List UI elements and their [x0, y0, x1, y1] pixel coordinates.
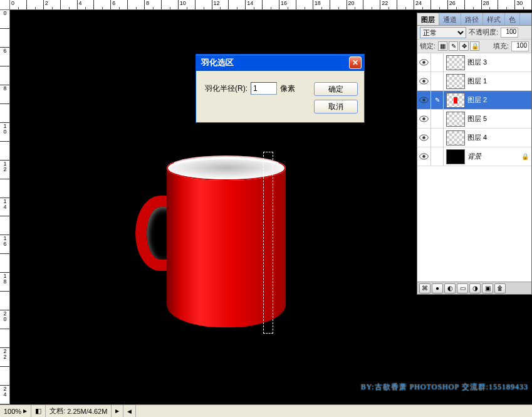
lock-label: 锁定: — [420, 41, 436, 51]
ruler-tick — [0, 367, 10, 386]
visibility-eye-icon[interactable] — [417, 110, 431, 129]
lock-all-icon[interactable]: 🔒 — [470, 41, 479, 51]
layer-row[interactable]: ✎图层 2 — [417, 91, 531, 110]
svg-point-3 — [422, 80, 425, 83]
ruler-tick: 2 — [44, 0, 61, 10]
zoom-cell[interactable]: 100% ▶ — [0, 405, 31, 417]
link-col[interactable] — [431, 110, 444, 129]
visibility-eye-icon[interactable] — [417, 91, 431, 110]
ruler-horizontal[interactable]: 024681012141618202224262830 — [10, 0, 532, 10]
ruler-tick: 24 — [0, 386, 10, 404]
ruler-tick — [0, 142, 10, 161]
ruler-tick — [0, 66, 10, 85]
visibility-eye-icon[interactable] — [417, 72, 431, 91]
visibility-eye-icon[interactable] — [417, 53, 431, 72]
ruler-tick: 4 — [78, 0, 95, 10]
layers-list: 图层 3图层 1✎图层 2图层 5图层 4背景🔒 — [417, 53, 531, 282]
ruler-tick — [229, 0, 246, 10]
svg-point-9 — [422, 136, 425, 139]
lock-paint-icon[interactable]: ✎ — [449, 41, 458, 51]
layer-row[interactable]: 背景🔒 — [417, 147, 531, 166]
ruler-tick — [263, 0, 279, 10]
ruler-tick: 24 — [414, 0, 431, 10]
radius-label: 羽化半径(R): — [205, 83, 248, 94]
link-col[interactable] — [431, 129, 444, 147]
tab-图层[interactable]: 图层 — [417, 13, 439, 26]
ruler-tick: 6 — [0, 48, 10, 66]
layer-row[interactable]: 图层 4 — [417, 129, 531, 147]
ruler-tick — [196, 0, 212, 10]
layer-mask-icon[interactable]: ◐ — [444, 283, 456, 293]
tab-色[interactable]: 色 — [505, 13, 520, 25]
layer-thumbnail[interactable] — [446, 130, 465, 145]
ruler-tick — [61, 0, 78, 10]
dialog-titlebar[interactable]: 羽化选区 ✕ — [196, 55, 364, 71]
link-col[interactable] — [431, 53, 444, 72]
lock-move-icon[interactable]: ✥ — [459, 41, 469, 51]
ruler-tick: 12 — [212, 0, 229, 10]
visibility-eye-icon[interactable] — [417, 129, 431, 147]
panel-footer: ⌘ ● ◐ ▭ ◑ ▣ 🗑 — [417, 282, 531, 294]
ruler-tick: 6 — [111, 0, 128, 10]
ruler-tick — [0, 292, 10, 310]
ruler-tick — [94, 0, 111, 10]
layer-row[interactable]: 图层 1 — [417, 72, 531, 91]
zoom-value: 100% — [4, 408, 21, 415]
ruler-tick: 8 — [145, 0, 162, 10]
ruler-vertical[interactable]: 0681012141618202224 — [0, 10, 10, 404]
radius-unit: 像素 — [280, 83, 295, 94]
opacity-label: 不透明度: — [469, 28, 498, 37]
layer-row[interactable]: 图层 5 — [417, 110, 531, 129]
ruler-origin[interactable] — [0, 0, 10, 10]
ruler-tick — [431, 0, 448, 10]
marquee-selection[interactable] — [263, 152, 273, 334]
layer-name: 图层 4 — [467, 133, 487, 142]
ruler-tick: 10 — [0, 123, 10, 142]
layer-name: 背景 — [467, 152, 481, 161]
efficiency-icon: ◧ — [35, 407, 41, 415]
ruler-tick — [363, 0, 380, 10]
lock-transparency-icon[interactable]: ▦ — [438, 41, 447, 51]
cancel-button[interactable]: 取消 — [314, 100, 358, 113]
close-icon[interactable]: ✕ — [349, 56, 362, 69]
link-col[interactable] — [431, 72, 444, 91]
ruler-tick: 22 — [380, 0, 397, 10]
ruler-tick: 14 — [246, 0, 263, 10]
visibility-eye-icon[interactable] — [417, 147, 431, 166]
link-layers-icon[interactable]: ⌘ — [419, 283, 430, 293]
layer-thumbnail[interactable] — [446, 55, 465, 70]
layer-thumbnail[interactable] — [446, 93, 465, 108]
fill-value[interactable]: 100 — [511, 41, 529, 51]
link-col[interactable] — [431, 147, 444, 166]
ruler-tick — [397, 0, 414, 10]
ruler-tick: 16 — [279, 0, 296, 10]
tab-样式[interactable]: 样式 — [483, 13, 505, 25]
link-col[interactable]: ✎ — [431, 91, 444, 110]
layer-thumbnail[interactable] — [446, 74, 465, 89]
new-folder-icon[interactable]: ▭ — [457, 283, 468, 293]
delete-layer-icon[interactable]: 🗑 — [494, 283, 506, 293]
ruler-tick — [27, 0, 44, 10]
tab-通道[interactable]: 通道 — [439, 13, 461, 25]
ruler-tick — [0, 29, 10, 48]
chevron-left-icon[interactable]: ◀ — [127, 408, 132, 414]
ruler-tick: 14 — [0, 198, 10, 217]
adjustment-layer-icon[interactable]: ◑ — [469, 283, 481, 293]
layer-name: 图层 1 — [467, 77, 487, 86]
radius-input[interactable] — [251, 82, 277, 95]
tab-路径[interactable]: 路径 — [461, 13, 483, 25]
layer-row[interactable]: 图层 3 — [417, 53, 531, 72]
layer-thumbnail[interactable] — [446, 112, 465, 127]
ok-button[interactable]: 确定 — [314, 82, 358, 96]
lock-icon: 🔒 — [521, 153, 529, 160]
ruler-tick — [498, 0, 515, 10]
blend-row: 正常 不透明度: 100 — [417, 26, 531, 40]
new-layer-icon[interactable]: ▣ — [482, 283, 493, 293]
opacity-value[interactable]: 100 — [501, 28, 518, 38]
layer-thumbnail[interactable] — [446, 149, 465, 164]
ruler-tick — [162, 0, 179, 10]
layer-style-icon[interactable]: ● — [432, 283, 443, 293]
chevron-right-icon[interactable]: ▶ — [115, 408, 119, 414]
svg-point-11 — [422, 155, 425, 158]
blend-mode-select[interactable]: 正常 — [420, 27, 466, 38]
